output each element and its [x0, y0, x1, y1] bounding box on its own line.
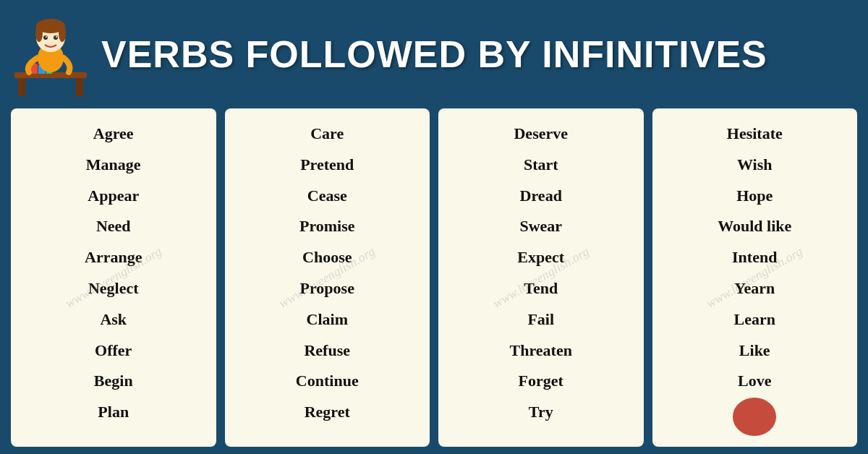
word-item: Tend: [524, 274, 558, 304]
word-item: Choose: [302, 243, 352, 273]
word-item: Cease: [307, 181, 347, 211]
svg-point-14: [56, 36, 57, 38]
svg-point-11: [43, 35, 48, 40]
word-item: Offer: [95, 336, 132, 366]
word-item: Refuse: [304, 336, 350, 366]
word-item: Need: [96, 212, 131, 241]
columns-container: www.loveenglish.orgAgreeManageAppearNeed…: [0, 108, 868, 454]
word-item: Arrange: [85, 243, 142, 273]
word-item: Hesitate: [727, 119, 783, 149]
word-item: Manage: [86, 150, 141, 180]
word-item: Ask: [100, 305, 127, 335]
word-item: Continue: [296, 367, 359, 396]
word-item: Start: [524, 150, 558, 180]
word-item: Regret: [305, 398, 350, 427]
word-item: Promise: [299, 212, 355, 241]
word-item: Claim: [307, 305, 348, 335]
svg-rect-2: [76, 78, 83, 96]
word-item: Propose: [300, 274, 354, 304]
word-item: Appear: [88, 181, 139, 211]
decorative-circle: [733, 398, 776, 436]
word-item: Neglect: [88, 274, 139, 304]
word-item: Yearn: [734, 274, 775, 304]
word-item: Learn: [734, 305, 775, 335]
word-item: Care: [310, 119, 344, 149]
word-item: Love: [738, 367, 771, 396]
word-item: Dread: [520, 181, 562, 211]
svg-point-12: [54, 35, 58, 40]
column-3: www.loveenglish.orgDeserveStartDreadSwea…: [438, 108, 644, 447]
word-item: Deserve: [514, 119, 568, 149]
word-item: Agree: [93, 119, 134, 149]
word-item: Fail: [527, 305, 554, 335]
word-item: Pretend: [300, 150, 354, 180]
word-item: Wish: [737, 150, 773, 180]
svg-point-9: [35, 25, 43, 42]
column-4: www.loveenglish.orgHesitateWishHopeWould…: [652, 108, 858, 447]
svg-point-13: [46, 36, 47, 38]
svg-rect-1: [18, 78, 25, 96]
column-2: www.loveenglish.orgCarePretendCeasePromi…: [225, 108, 430, 447]
svg-point-10: [59, 25, 66, 42]
word-item: Threaten: [510, 336, 572, 366]
character-illustration: [7, 7, 94, 101]
header: VERBS FOLLOWED BY INFINITIVES: [0, 0, 868, 108]
word-item: Swear: [519, 212, 562, 241]
page-title: VERBS FOLLOWED BY INFINITIVES: [94, 33, 767, 76]
word-item: Begin: [94, 367, 133, 396]
column-1: www.loveenglish.orgAgreeManageAppearNeed…: [11, 108, 216, 447]
word-item: Hope: [736, 181, 773, 211]
word-item: Would like: [718, 212, 791, 241]
word-item: Expect: [517, 243, 564, 273]
word-item: Intend: [732, 243, 777, 273]
word-item: Try: [529, 398, 553, 427]
word-item: Plan: [98, 398, 129, 427]
word-item: Like: [739, 336, 770, 366]
word-item: Forget: [519, 367, 563, 396]
